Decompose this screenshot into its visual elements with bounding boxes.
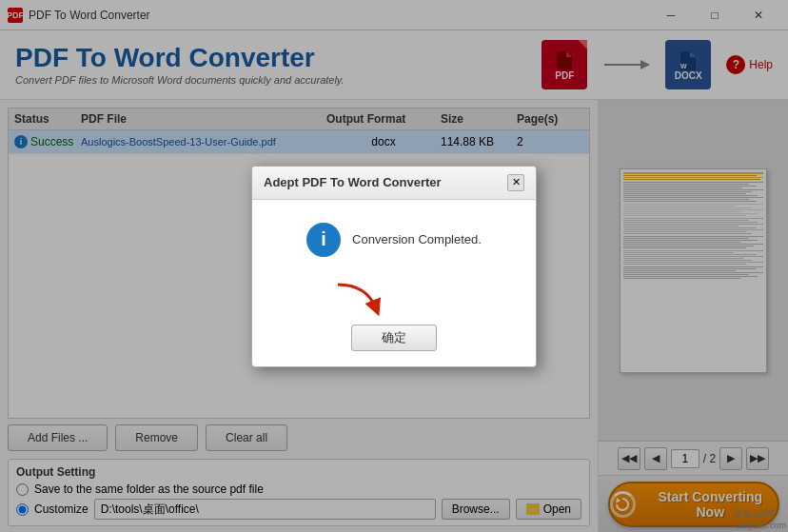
modal-title-bar: Adept PDF To Word Converter ✕ xyxy=(252,167,536,200)
modal-message-row: i Conversion Completed. xyxy=(306,223,482,257)
modal-overlay: Adept PDF To Word Converter ✕ i Conversi… xyxy=(0,0,788,532)
modal-arrow xyxy=(328,280,385,321)
modal-message: Conversion Completed. xyxy=(352,232,482,246)
modal-body: i Conversion Completed. 确定 xyxy=(252,200,536,366)
conversion-complete-modal: Adept PDF To Word Converter ✕ i Conversi… xyxy=(251,166,537,367)
modal-title: Adept PDF To Word Converter xyxy=(264,175,442,189)
modal-info-icon: i xyxy=(306,223,341,257)
modal-close-button[interactable]: ✕ xyxy=(507,174,524,191)
modal-ok-button[interactable]: 确定 xyxy=(351,325,437,351)
